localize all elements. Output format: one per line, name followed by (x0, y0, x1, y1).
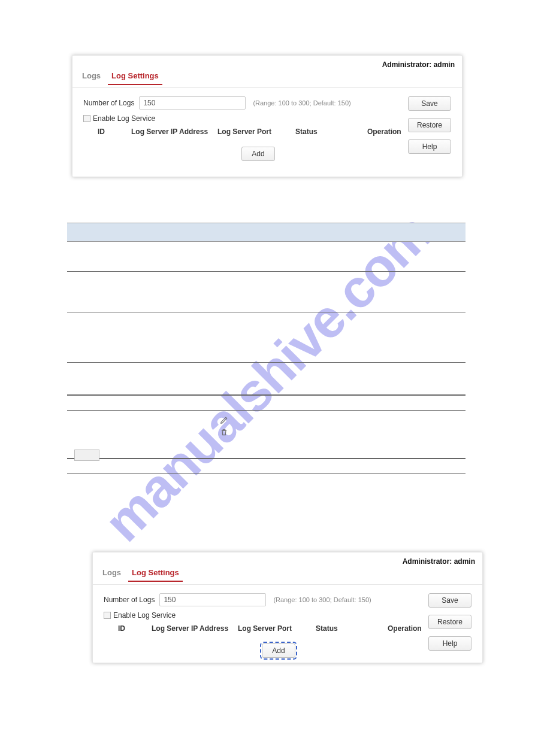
parameters-table (67, 223, 466, 474)
restore-button[interactable]: Restore (408, 118, 451, 132)
tab-logs[interactable]: Logs (99, 566, 125, 582)
log-settings-card-1: Administrator: admin Logs Log Settings N… (72, 55, 463, 177)
tab-bar: Logs Log Settings (93, 566, 482, 585)
tab-log-settings[interactable]: Log Settings (128, 566, 183, 582)
table-row (67, 272, 466, 312)
col-status: Status (316, 624, 388, 633)
log-table-header: ID Log Server IP Address Log Server Port… (98, 127, 451, 136)
table-row (67, 395, 466, 411)
tab-log-settings[interactable]: Log Settings (108, 69, 162, 85)
restore-button[interactable]: Restore (428, 615, 471, 629)
col-ip: Log Server IP Address (152, 624, 238, 633)
save-button[interactable]: Save (408, 96, 451, 111)
tab-logs[interactable]: Logs (78, 69, 104, 85)
col-status: Status (295, 127, 367, 136)
trash-icon (220, 428, 228, 436)
save-button[interactable]: Save (428, 593, 471, 608)
doc-add-chip (74, 450, 99, 461)
panel-body: Number of Logs (Range: 100 to 300; Defau… (93, 585, 482, 666)
col-id: ID (98, 127, 131, 136)
add-button-focused[interactable]: Add (262, 643, 295, 658)
help-button[interactable]: Help (408, 139, 451, 154)
panel-body: Number of Logs (Range: 100 to 300; Defau… (72, 88, 462, 169)
number-of-logs-input[interactable] (159, 593, 266, 606)
edit-icon (220, 416, 228, 424)
add-button[interactable]: Add (241, 147, 275, 161)
table-row (67, 363, 466, 395)
number-of-logs-input[interactable] (139, 96, 246, 110)
operation-icons (220, 416, 228, 436)
col-ip: Log Server IP Address (131, 127, 217, 136)
table-row (67, 411, 466, 459)
admin-banner: Administrator: admin (93, 552, 482, 566)
enable-log-service-checkbox[interactable] (83, 115, 90, 122)
table-row (67, 459, 466, 474)
table-row (67, 242, 466, 272)
enable-log-service-label: Enable Log Service (93, 114, 155, 123)
log-settings-card-2: Administrator: admin Logs Log Settings N… (92, 552, 483, 663)
col-id: ID (118, 624, 152, 633)
range-hint: (Range: 100 to 300; Default: 150) (273, 596, 371, 603)
log-table-header: ID Log Server IP Address Log Server Port… (118, 624, 471, 633)
number-of-logs-label: Number of Logs (83, 99, 134, 107)
parameters-table-head (67, 223, 466, 242)
admin-banner: Administrator: admin (72, 56, 462, 69)
tab-bar: Logs Log Settings (72, 69, 462, 88)
help-button[interactable]: Help (428, 636, 471, 651)
range-hint: (Range: 100 to 300; Default: 150) (253, 99, 350, 107)
col-port: Log Server Port (217, 127, 295, 136)
table-row (67, 312, 466, 363)
enable-log-service-label: Enable Log Service (113, 611, 176, 620)
number-of-logs-label: Number of Logs (104, 596, 155, 604)
col-port: Log Server Port (238, 624, 316, 633)
enable-log-service-checkbox[interactable] (104, 612, 111, 619)
